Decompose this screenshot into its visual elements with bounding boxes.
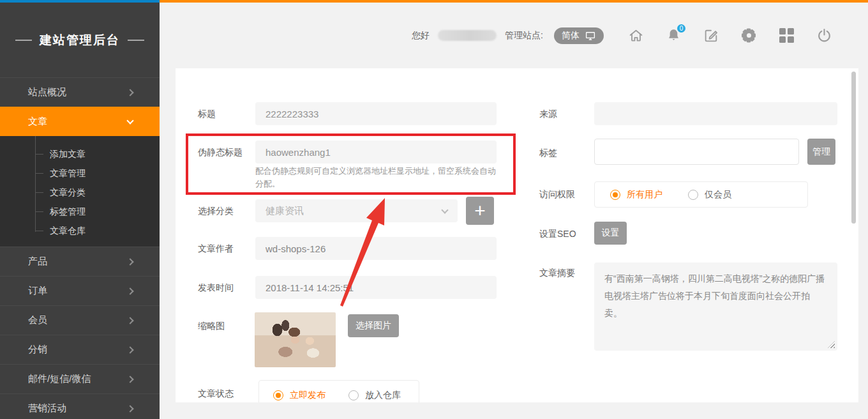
access-members-only-radio[interactable] [688,190,698,200]
sidebar-subitem-add-article[interactable]: 添加文章 [0,144,160,164]
select-chevron-icon [441,206,448,213]
settings-gear-icon[interactable] [740,27,757,44]
slug-field-label: 伪静态标题 [198,147,243,158]
sidebar-header: 建站管理后台 [0,3,160,77]
sidebar-item-mail-sms-wechat[interactable]: 邮件/短信/微信 [0,364,160,393]
monitor-icon [585,30,596,42]
chevron-right-icon [126,346,133,353]
sidebar-subitem-article-warehouse[interactable]: 文章仓库 [0,221,160,240]
sidebar-item-distribution[interactable]: 分销 [0,335,160,364]
title-input[interactable] [255,102,497,125]
slug-input[interactable] [255,141,497,164]
sidebar-item-marketing[interactable]: 营销活动 [0,393,160,419]
home-icon[interactable] [627,27,644,44]
sidebar-item-label: 邮件/短信/微信 [28,373,91,385]
category-selected-value: 健康资讯 [266,205,304,217]
access-members-only-label: 仅会员 [705,189,731,201]
seo-settings-button[interactable]: 设置 [594,222,627,245]
slug-help-text: 配合伪静态规则可自定义浏览器地址栏显示地址，留空系统会自动分配。 [255,165,499,190]
chevron-right-icon [126,89,133,96]
thumbnail-image [255,312,336,367]
status-publish-label: 立即发布 [290,390,326,401]
sidebar: 建站管理后台 站点概况 文章 添加文章 文章管理 文章分类 标签管理 文章仓库 … [0,3,160,419]
chevron-down-icon [126,117,133,124]
seo-field-label: 设置SEO [539,229,576,240]
summary-textarea[interactable]: 有“西南第一高钢塔，四川第二高电视塔”之称的德阳广播电视塔主塔广告位将于本月下旬… [594,263,837,351]
chevron-right-icon [126,376,133,383]
chevron-right-icon [126,258,133,265]
publish-time-input[interactable] [255,276,497,299]
sidebar-item-articles[interactable]: 文章 [0,107,160,136]
language-switch-button[interactable]: 简体 [554,27,604,44]
source-input[interactable] [594,102,837,125]
power-glyph [816,27,832,43]
sidebar-item-label: 营销活动 [28,402,66,415]
sidebar-subitem-tag-manage[interactable]: 标签管理 [0,202,160,221]
sidebar-item-members[interactable]: 会员 [0,305,160,335]
category-field-label: 选择分类 [198,206,234,217]
access-all-users-radio[interactable] [610,190,620,200]
greeting-text: 您好 [412,30,430,42]
sidebar-subitem-article-category[interactable]: 文章分类 [0,183,160,202]
sidebar-item-site-overview[interactable]: 站点概况 [0,77,160,107]
sidebar-item-label: 站点概况 [28,86,66,98]
tags-field-label: 标签 [539,148,557,159]
apps-grid-icon[interactable] [778,27,795,44]
sidebar-item-label: 文章 [28,116,47,128]
sidebar-item-products[interactable]: 产品 [0,247,160,276]
access-field-label: 访问权限 [539,189,575,201]
sidebar-item-label: 会员 [28,314,47,326]
sidebar-item-label: 分销 [28,344,47,356]
power-logout-icon[interactable] [816,27,832,44]
choose-image-button[interactable]: 选择图片 [348,314,399,337]
sidebar-item-label: 产品 [28,255,47,268]
header-icon-group: 0 [627,27,832,44]
add-category-button[interactable]: + [466,197,494,225]
tags-input[interactable] [594,139,799,165]
language-label: 简体 [562,30,580,42]
source-field-label: 来源 [539,109,557,120]
publish-time-field-label: 发表时间 [198,282,234,294]
grid-glyph [779,28,794,43]
app-title: 建站管理后台 [40,32,120,49]
redacted-username [438,30,497,41]
home-glyph [628,27,644,43]
panel-scrollbar[interactable] [851,72,856,224]
title-dash-left [15,40,32,41]
chevron-right-icon [126,405,133,412]
edit-glyph [703,27,719,43]
sidebar-item-label: 订单 [28,285,47,297]
sidebar-subitem-article-manage[interactable]: 文章管理 [0,164,160,183]
access-rights-group: 所有用户 仅会员 [594,181,808,208]
edit-icon[interactable] [703,27,719,44]
category-select[interactable]: 健康资讯 [255,199,458,222]
access-all-users-label: 所有用户 [627,189,662,201]
top-header-bar: 您好 管理站点: 简体 0 [160,3,868,68]
chevron-right-icon [126,317,133,324]
summary-field-label: 文章摘要 [539,268,575,279]
notification-badge: 0 [676,23,687,34]
article-edit-panel: 标题 伪静态标题 配合伪静态规则可自定义浏览器地址栏显示地址，留空系统会自动分配… [176,68,858,402]
notifications-bell-icon[interactable]: 0 [665,27,682,44]
author-field-label: 文章作者 [198,243,234,255]
article-status-group: 立即发布 放入仓库 [258,380,419,402]
chevron-right-icon [126,287,133,294]
status-warehouse-label: 放入仓库 [365,390,401,401]
author-input[interactable] [255,237,497,260]
sidebar-item-orders[interactable]: 订单 [0,276,160,305]
articles-submenu: 添加文章 文章管理 文章分类 标签管理 文章仓库 [0,136,160,247]
status-warehouse-radio[interactable] [348,390,359,400]
thumbnail-field-label: 缩略图 [198,321,225,332]
manage-tags-button[interactable]: 管理 [807,139,835,165]
status-publish-radio[interactable] [273,390,283,400]
status-field-label: 文章状态 [198,388,234,400]
title-field-label: 标题 [198,109,216,120]
admin-page: { "sidebar": { "title": "建站管理后台", "menu"… [0,0,868,419]
title-dash-right [128,40,144,41]
manage-site-label: 管理站点: [505,30,543,42]
gear-glyph [741,28,756,43]
